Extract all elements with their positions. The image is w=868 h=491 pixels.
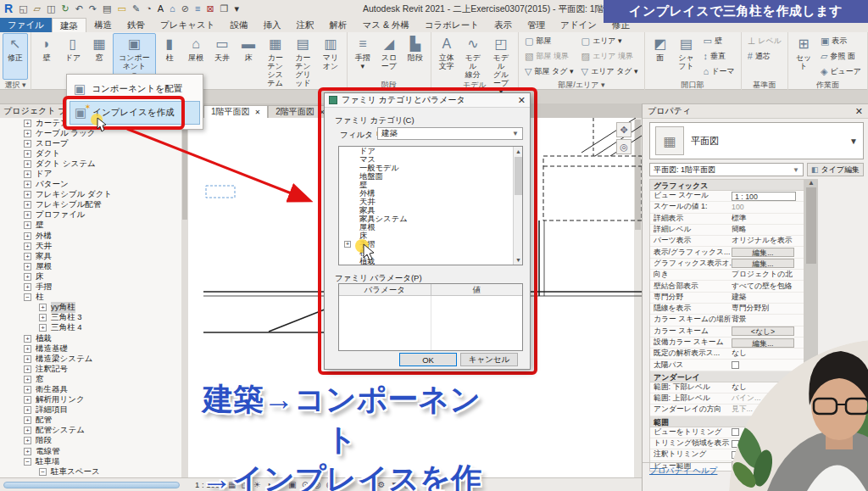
list-scrollbar[interactable]: ▲▼ [513,147,522,265]
expand-icon[interactable]: + [24,376,31,383]
ribbon-tab-マス & 外構[interactable]: マス & 外構 [354,18,416,32]
expand-icon[interactable]: + [24,130,31,137]
menu-item-コンポーネントを配置[interactable]: ▣コンポーネントを配置 [70,77,200,101]
ribbon-button-room-tag-icon[interactable]: ▽部屋 タグ ▾ [521,64,576,79]
property-value[interactable]: なし [732,349,804,359]
expand-icon[interactable]: + [39,324,47,332]
expand-icon[interactable]: + [24,386,31,393]
ribbon-button-railing-icon[interactable]: ≡手摺 ▾ [350,33,376,80]
save-icon[interactable]: ◫ [47,0,55,18]
ribbon-tab-注釈[interactable]: 注釈 [288,18,321,32]
browser-horizontal-scrollbar[interactable] [3,482,180,488]
expand-icon[interactable]: + [24,448,31,455]
aligned-dimension-icon[interactable]: ✎ [132,0,140,18]
category-listbox[interactable]: ドアマス一般モデル地盤面壁外構天井家具家具システム屋根床+手摺柱植栽▲▼ [338,146,523,265]
expand-icon[interactable]: + [24,427,31,434]
category-item-マス[interactable]: マス [339,155,522,164]
expand-icon[interactable]: + [24,191,31,198]
tree-item-家具[interactable]: +家具 [0,251,181,261]
ribbon-button-vertical-opening-icon[interactable]: ↕垂直 [700,48,738,64]
tree-item-構造梁システム[interactable]: +構造梁システム [0,354,181,364]
ribbon-tab-挿入[interactable]: 挿入 [255,18,288,32]
ribbon-button-curtain-grid-icon[interactable]: ▤カーテン グリッド [290,33,317,80]
value-button[interactable]: <なし> [732,326,794,336]
tree-item-柱[interactable]: −柱 [0,293,181,303]
close-hidden-windows-icon[interactable]: ⊠ [206,0,214,18]
ribbon-button-floor-icon[interactable]: ▬床 [236,33,261,80]
ribbon-button-wall-icon[interactable]: ◗壁 [34,33,59,80]
ribbon-tab-アドイン[interactable]: アドイン [553,18,604,32]
expand-icon[interactable]: + [24,396,31,404]
view-tab-1階平面図[interactable]: 1階平面図✕ [203,105,268,118]
tree-item-三角柱 4[interactable]: +三角柱 4 [0,323,181,333]
sync-icon[interactable]: ↻ [61,0,69,18]
property-value[interactable]: 編集... [732,259,804,268]
expand-icon[interactable]: + [24,232,31,240]
ribbon-tab-鉄骨[interactable]: 鉄骨 [120,18,153,32]
checkbox[interactable] [732,361,739,369]
ribbon-button-show-workplane-icon[interactable]: ▣表示 [817,33,865,48]
tree-item-外構[interactable]: +外構 [0,231,181,241]
redo-icon[interactable]: ↷ [89,0,97,18]
property-value[interactable]: 編集... [732,248,804,257]
expand-icon[interactable]: + [24,221,31,229]
expand-icon[interactable]: + [39,314,47,321]
collapse-icon[interactable]: − [39,468,47,476]
expand-icon[interactable]: + [24,253,31,260]
property-value[interactable]: なし [732,382,804,393]
tree-item-スロープ[interactable]: +スロープ [0,138,181,148]
ribbon-button-model-group-icon[interactable]: ◰モデル グループ ▾ [487,33,515,80]
tree-item-窓[interactable]: +窓 [0,374,181,384]
thin-lines-icon[interactable]: ≡ [195,0,200,18]
tree-item-プロファイル[interactable]: +プロファイル [0,210,181,220]
property-value[interactable]: オリジナルを表示 [732,236,804,246]
tree-item-フレキシブル ダクト[interactable]: +フレキシブル ダクト [0,190,181,200]
steering-wheel-icon[interactable]: ✥ [616,122,632,137]
checkbox[interactable] [732,451,739,459]
default-3d-view-icon[interactable]: ⌂ [170,0,175,18]
ribbon-button-model-text-icon[interactable]: A立体 文字 [434,33,459,80]
switch-windows-icon[interactable]: ❐ [220,0,229,18]
value-button[interactable]: 編集... [732,259,794,268]
ribbon-button-dormer-icon[interactable]: ⌂ドーマ [700,64,738,79]
tree-item-階段[interactable]: +階段 [0,436,181,446]
ribbon-tab-建築[interactable]: 建築 [52,18,86,32]
category-item-手摺[interactable]: +手摺 [339,240,522,248]
property-value[interactable]: すべての壁を包絡 [732,282,804,292]
category-item-屋根[interactable]: 屋根 [339,223,522,232]
expand-icon[interactable]: + [24,365,31,373]
ribbon-button-window-icon[interactable]: ▦窓 [86,33,112,80]
expand-icon[interactable]: + [24,201,31,209]
tree-item-床[interactable]: +床 [0,271,181,282]
expand-icon[interactable]: + [39,304,47,311]
tree-item-ドア[interactable]: +ドア [0,169,181,179]
category-item-家具システム[interactable]: 家具システム [339,215,522,223]
edit-type-button[interactable]: ◧ タイプ編集 [807,163,864,176]
expand-icon[interactable]: + [24,160,31,168]
ribbon-button-column-icon[interactable]: ▮柱 [157,33,182,80]
expand-icon[interactable]: + [24,355,31,363]
category-item-外構[interactable]: 外構 [339,189,522,198]
qa-dropdown-icon[interactable]: ▾ [234,0,239,18]
tree-item-ダクト[interactable]: +ダクト [0,148,181,159]
expand-icon[interactable]: + [344,241,351,248]
expand-icon[interactable]: + [24,273,31,281]
properties-scrollbar[interactable]: ▲ [804,179,818,471]
expand-icon[interactable]: + [24,243,31,250]
ribbon-button-opening-by-face-icon[interactable]: ◩面 [648,33,673,80]
ribbon-button-grid-icon[interactable]: #通芯 [744,48,785,64]
category-item-一般モデル[interactable]: 一般モデル [339,164,522,172]
expand-icon[interactable]: + [24,170,31,178]
filter-list-select[interactable]: 建築 ▼ [377,127,523,140]
ribbon-tab-ファイル[interactable]: ファイル [0,18,52,32]
property-value[interactable]: 背景 [732,315,804,325]
expand-icon[interactable]: + [24,437,31,444]
property-value[interactable]: 見下... [732,405,804,415]
tree-item-配管[interactable]: +配管 [0,416,181,426]
selection-filter[interactable]: 平面図: 1階平面図 ▼ [649,163,804,176]
tree-item-植栽[interactable]: +植栽 [0,333,181,343]
ribbon-button-model-line-icon[interactable]: ∿モデル 線分 [460,33,486,80]
tree-item-ダクト システム[interactable]: +ダクト システム [0,159,181,169]
section-header-アンダーレイ[interactable]: アンダーレイ [650,371,804,382]
ribbon-button-set-workplane-icon[interactable]: ⊞セット [791,33,816,80]
